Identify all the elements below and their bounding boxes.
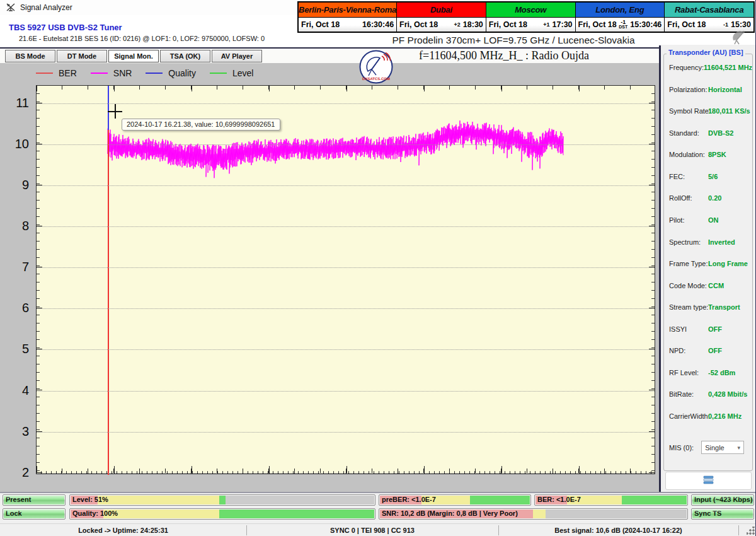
clock-time: 15:30:46	[630, 20, 662, 29]
legend-item: SNR	[91, 68, 132, 78]
legend-item: Level	[210, 68, 253, 78]
clock-column: Berlin-Paris-Vienna-Roma Fri, Oct 18 16:…	[299, 3, 396, 32]
transponder-field-row: CarrierWidth: 0,216 MHz	[669, 412, 750, 421]
status-bar: Locked -> Uptime: 24:25:31 SYNC 0 | TEI …	[0, 523, 756, 536]
tab-av-player[interactable]: AV Player	[212, 50, 262, 62]
transponder-title: Transponder (AU) [BS]	[667, 49, 745, 56]
field-label: CarrierWidth:	[669, 412, 708, 421]
field-label: Modulation:	[669, 151, 708, 159]
transponder-field-row: Stream type: Transport	[669, 303, 750, 312]
dxsatcs-logo: DXSATCS.COM	[359, 50, 393, 86]
field-value: DVB-S2	[708, 129, 733, 137]
signal-chart-panel: Locked Uptime : 24:25:31 BER SNR Quality…	[0, 63, 659, 492]
resize-grip-icon[interactable]	[747, 527, 755, 535]
transponder-field-row: Frame Type: Long Frame	[669, 260, 750, 268]
y-axis-tick-label: 7	[0, 260, 29, 274]
legend-label: BER	[59, 68, 77, 78]
tab-tsa-ok-[interactable]: TSA (OK)	[160, 50, 210, 62]
field-value: Transport	[708, 303, 740, 312]
lock-indicator: Lock	[3, 508, 66, 520]
field-value: 5/6	[708, 173, 718, 181]
transponder-field-row: Code Mode: CCM	[669, 282, 750, 290]
chart-plot-area[interactable]	[36, 85, 655, 474]
world-clocks: Berlin-Paris-Vienna-Roma Fri, Oct 18 16:…	[297, 1, 755, 33]
legend-color-line	[146, 73, 163, 74]
y-axis-tick-label: 4	[0, 383, 29, 397]
legend-item: BER	[36, 68, 77, 78]
marker-line-blue	[108, 86, 109, 130]
preber-meter: preBER: <1.0E-7	[379, 494, 531, 506]
clock-utc-offset: +1	[543, 22, 552, 27]
legend-color-line	[36, 73, 53, 74]
transponder-field-row: Modulation: 8PSK	[669, 151, 750, 159]
status-divider	[246, 525, 247, 535]
gridline	[37, 308, 655, 309]
status-divider	[498, 525, 499, 535]
clock-time-row: Fri, Oct 18 -1 15:30	[665, 18, 753, 32]
gridline	[37, 267, 655, 268]
field-label: BitRate:	[669, 390, 708, 399]
ber-meter: BER: <1.0E-7	[534, 494, 688, 506]
window-title: Signal Analyzer	[20, 3, 72, 12]
status-best-signal: Best signal: 10,6 dB (2024-10-17 16:22)	[498, 524, 738, 536]
clock-time: 17:30	[553, 20, 573, 29]
tuner-name: TBS 5927 USB DVB-S2 Tuner	[9, 23, 122, 32]
tab-signal-mon-[interactable]: Signal Mon.	[108, 50, 159, 62]
field-label: Spectrum:	[669, 238, 708, 247]
transponder-field-row: Symbol Rate: 180,011 KS/s	[669, 107, 750, 115]
field-label: Frequency:	[669, 64, 704, 72]
chevron-down-icon: ▾	[738, 445, 741, 451]
y-axis-tick-label: 11	[0, 96, 29, 110]
tuner-satellite-info: 21.6E - Eutelsat 21B SES 16 (ID: 0216) @…	[19, 35, 265, 42]
field-value: 0,216 MHz	[708, 412, 742, 421]
y-axis-tick-label: 6	[0, 301, 29, 315]
transponder-panel: Transponder (AU) [BS] Frequency: 11604,5…	[661, 45, 756, 492]
gridline	[37, 226, 655, 227]
status-uptime: Locked -> Uptime: 24:25:31	[0, 524, 246, 536]
field-value: Inverted	[708, 238, 735, 247]
tab-bs-mode[interactable]: BS Mode	[5, 50, 55, 62]
clock-utc-offset: -1	[723, 22, 731, 27]
field-label: RollOff:	[669, 194, 708, 202]
clock-column: London, Eng Fri, Oct 18 -1DST 15:30:46	[575, 3, 665, 32]
field-label: NPD:	[669, 347, 708, 355]
list-icon	[703, 475, 714, 487]
mis-row: MIS (0): Single ▾	[669, 441, 751, 454]
field-value: -52 dBm	[708, 369, 735, 377]
transponder-field-row: ISSYI OFF	[669, 325, 750, 334]
clock-time: 15:30	[731, 20, 751, 29]
signal-analyzer-window: Signal Analyzer Berlin-Paris-Vienna-Roma…	[0, 0, 756, 536]
clock-time-row: Fri, Oct 18 -1DST 15:30:46	[576, 18, 665, 32]
data-point-tooltip: 2024-10-17 16.21.38, value: 10,699999809…	[122, 119, 280, 131]
transponder-field-row: RollOff: 0.20	[669, 194, 750, 202]
mis-selected-value: Single	[705, 444, 724, 452]
transponder-fields: Frequency: 11604,521 MHz Polarization: H…	[669, 64, 750, 421]
field-label: RF Level:	[669, 369, 708, 377]
y-axis-tick-label: 9	[0, 178, 29, 192]
field-label: Pilot:	[669, 216, 708, 224]
field-value: OFF	[708, 325, 722, 334]
field-value: 11604,521 MHz	[704, 64, 752, 72]
gridline	[37, 473, 655, 474]
field-value: 180,011 KS/s	[708, 107, 750, 115]
field-label: Polarization:	[669, 86, 708, 94]
clock-city-label: Rabat-Casablanca	[665, 3, 753, 18]
tab-dt-mode[interactable]: DT Mode	[57, 50, 107, 62]
transponder-field-row: FEC: 5/6	[669, 173, 750, 181]
sync-ts-indicator: Sync TS	[691, 508, 754, 520]
clock-time: 16:30:46	[362, 20, 394, 29]
clock-date: Fri, Oct 18	[667, 20, 706, 29]
mis-dropdown[interactable]: Single ▾	[701, 441, 744, 454]
clock-date: Fri, Oct 18	[578, 20, 617, 29]
level-meter: Level: 51%	[69, 494, 375, 506]
y-axis-tick-label: 2	[0, 465, 29, 479]
chart-legend: BER SNR Quality Level	[36, 67, 267, 79]
field-label: Stream type:	[669, 303, 708, 312]
field-label: Symbol Rate:	[669, 107, 708, 115]
gridline	[37, 144, 655, 145]
stream-list-button[interactable]	[665, 472, 752, 490]
clock-time-row: Fri, Oct 18 +2 18:30	[397, 18, 486, 32]
clock-city-label: Dubai	[397, 3, 486, 18]
field-label: Frame Type:	[669, 260, 708, 268]
field-value: 0.20	[708, 194, 721, 202]
